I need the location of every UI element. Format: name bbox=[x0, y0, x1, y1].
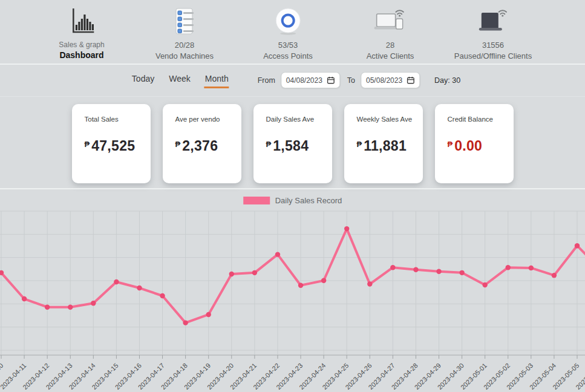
nav-vendo-machines-label: Vendo Machines bbox=[155, 51, 214, 62]
tab-today[interactable]: Today bbox=[131, 73, 155, 88]
card-label: Daily Sales Ave bbox=[266, 116, 326, 123]
tab-month[interactable]: Month bbox=[204, 73, 229, 88]
nav-dashboard-label: Dashboard bbox=[59, 50, 103, 61]
nav-active-clients-label: Active Clients bbox=[367, 51, 414, 62]
legend-swatch bbox=[243, 197, 270, 204]
nav-access-points-label: Access Points bbox=[263, 51, 313, 62]
card-label: Total Sales bbox=[85, 116, 145, 123]
header-divider bbox=[0, 64, 585, 65]
card-label: Credit Balance bbox=[448, 116, 508, 123]
dashboard-page: Sales & graph Dashboard 20/28 Vendo Mach… bbox=[0, 0, 585, 392]
to-date-value: 05/08/2023 bbox=[366, 76, 402, 85]
from-date-value: 04/08/2023 bbox=[286, 76, 322, 85]
card-value: ₱1,584 bbox=[266, 138, 326, 154]
tab-week[interactable]: Week bbox=[168, 73, 191, 88]
day-count-label: Day: 30 bbox=[434, 76, 460, 85]
peso-sign: ₱ bbox=[85, 140, 90, 149]
calendar-icon[interactable] bbox=[327, 76, 335, 84]
nav-access-points[interactable]: 53/53 Access Points bbox=[263, 4, 313, 61]
card-value: ₱0.00 bbox=[448, 138, 508, 154]
to-label: To bbox=[347, 76, 355, 85]
legend-daily-sales: Daily Sales Record bbox=[243, 196, 342, 205]
from-label: From bbox=[258, 76, 275, 85]
card-label: Ave per vendo bbox=[175, 116, 235, 123]
nav-paused-offline-clients[interactable]: 31556 Paused/Offline Clients bbox=[454, 4, 532, 61]
nav-paused-offline-clients-label: Paused/Offline Clients bbox=[454, 51, 532, 62]
active-clients-count: 28 bbox=[386, 40, 394, 51]
to-date-input[interactable]: 05/08/2023 bbox=[361, 72, 420, 88]
vendo-machines-count: 20/28 bbox=[175, 40, 195, 51]
peso-sign: ₱ bbox=[448, 140, 453, 149]
paused-offline-clients-count: 31556 bbox=[482, 40, 504, 51]
filter-bar: Today Week Month From 04/08/2023 To 05/0… bbox=[125, 72, 460, 88]
peso-sign: ₱ bbox=[266, 140, 272, 149]
card-daily-sales-ave: Daily Sales Ave ₱1,584 bbox=[253, 104, 332, 183]
cards-chart-divider bbox=[0, 188, 585, 189]
card-total-sales: Total Sales ₱47,525 bbox=[72, 104, 151, 183]
card-ave-per-vendo: Ave per vendo ₱2,376 bbox=[163, 104, 241, 183]
peso-sign: ₱ bbox=[175, 140, 181, 149]
card-value: ₱2,376 bbox=[175, 138, 235, 154]
stat-cards-row: Total Sales ₱47,525 Ave per vendo ₱2,376… bbox=[72, 104, 514, 183]
nav-dashboard-subtitle: Sales & graph bbox=[59, 40, 104, 50]
nav-active-clients[interactable]: 28 Active Clients bbox=[367, 4, 414, 61]
card-credit-balance: Credit Balance ₱0.00 bbox=[435, 104, 514, 183]
bar-chart-icon bbox=[67, 4, 96, 37]
peso-sign: ₱ bbox=[357, 140, 362, 149]
card-value: ₱47,525 bbox=[85, 138, 145, 154]
card-value: ₱11,881 bbox=[357, 138, 417, 154]
daily-sales-chart: 2023-04-102023-04-112023-04-122023-04-13… bbox=[0, 209, 585, 392]
card-weekly-sales-ave: Weekly Sales Ave ₱11,881 bbox=[344, 104, 423, 183]
laptop-wifi-icon bbox=[373, 4, 407, 37]
daily-sales-chart-svg: 2023-04-102023-04-112023-04-122023-04-13… bbox=[0, 209, 585, 392]
list-icon bbox=[171, 4, 198, 37]
legend-label: Daily Sales Record bbox=[275, 196, 342, 205]
nav-vendo-machines[interactable]: 20/28 Vendo Machines bbox=[155, 4, 214, 61]
card-label: Weekly Sales Ave bbox=[357, 116, 417, 123]
calendar-icon[interactable] bbox=[407, 76, 414, 84]
access-point-icon bbox=[273, 4, 303, 37]
from-date-input[interactable]: 04/08/2023 bbox=[281, 72, 340, 88]
laptop-offline-icon bbox=[476, 4, 510, 37]
nav-dashboard[interactable]: Sales & graph Dashboard bbox=[59, 4, 104, 61]
filter-divider bbox=[0, 96, 585, 97]
access-points-count: 53/53 bbox=[278, 40, 298, 51]
